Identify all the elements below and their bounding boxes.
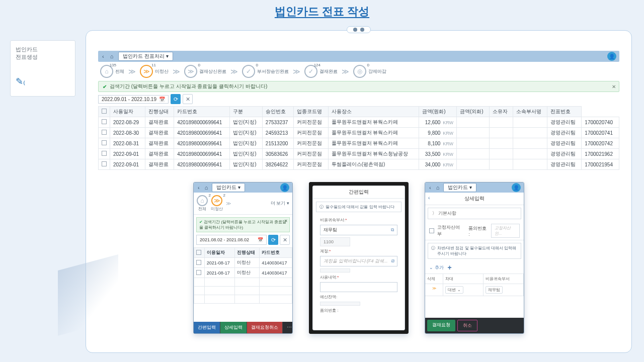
row-checkbox[interactable] [102, 119, 107, 124]
col-1: 사용일자 [110, 107, 145, 117]
row-checkbox[interactable] [196, 260, 201, 265]
m1-st-pend[interactable]: ≫2 미정산 [211, 195, 223, 212]
row-checkbox[interactable] [102, 140, 107, 145]
screen-dropdown[interactable]: 법인카드 전표처리 ▾ [118, 52, 173, 61]
mock-detail-input: ‹ ⌂ 법인카드 ▾ 👤 ‹ 상세입력 〉 기본사항 고정자산여부 품의번호 :… [425, 182, 524, 334]
col-8: 금액(원화) [419, 107, 456, 117]
m1-tool: 2021.08.02 - 2021.08.02📅 ⟳ ✕ [194, 235, 292, 247]
home-icon[interactable]: ⌂ [204, 185, 209, 191]
gh-del: 삭제 [425, 274, 443, 284]
status-5[interactable]: ◎0강제마감 [353, 65, 386, 78]
avatar[interactable]: 👤 [280, 183, 289, 192]
more-button[interactable]: 더 보기 ▾ [271, 200, 289, 207]
lookup-icon[interactable]: ⧉ [391, 227, 394, 233]
m1-info: ✔ 검색기간 (달력버튼을 누르고 시작일과 종료일을 클릭하시기 바랍니다) … [196, 217, 290, 232]
status-0[interactable]: ⌂135전체 [100, 65, 124, 78]
table-row[interactable]: 2022-09-01결재완료4201898000699641법인(지정)3826… [99, 159, 619, 170]
back-icon[interactable]: ‹ [197, 185, 201, 191]
clear-button[interactable]: ✕ [183, 94, 193, 104]
info-icon: ⓘ [319, 204, 324, 210]
col-9: 금액(외화) [456, 107, 489, 117]
acct-input[interactable]: 계정을 입력바랍니다 (F4 검색...⧉ [320, 256, 397, 266]
cancel-button[interactable]: 취소 [457, 320, 477, 331]
table-row[interactable]: 2022-08-30결재완료4201898000699641법인(지정)2459… [99, 128, 619, 138]
avatar[interactable]: 👤 [607, 52, 616, 61]
m1-date-input[interactable]: 2021.08.02 - 2021.08.02📅 [196, 235, 267, 245]
edit-doc-icon: ✎₍ [16, 76, 70, 87]
status-1[interactable]: ≫11미정산 [140, 65, 169, 78]
info-text: 검색기간 (달력버튼을 누르고 시작일과 종료일을 클릭하시기 바랍니다) [110, 83, 267, 90]
row-drcr[interactable]: 대변 ⌄ [443, 284, 484, 296]
m1-dropdown[interactable]: 법인카드 ▾ [212, 183, 245, 192]
budget-label: 예산잔액: [320, 294, 397, 300]
row-checkbox[interactable] [102, 151, 107, 156]
m3-header: ‹ ⌂ 법인카드 ▾ 👤 [425, 183, 524, 193]
status-4[interactable]: ✓124결재완료 [304, 65, 338, 78]
m1-header: ‹ ⌂ 법인카드 ▾ 👤 [194, 183, 292, 193]
table-row[interactable]: 2021-08-17미정산4140030417 [194, 258, 292, 268]
clear-button[interactable]: ✕ [280, 235, 290, 245]
table-row[interactable]: 2022-08-31결재완료4201898000699641법인(지정)2151… [99, 138, 619, 149]
dept-input[interactable]: 재무팀⧉ [320, 225, 397, 235]
refresh-button[interactable]: ⟳ [268, 235, 278, 245]
doc-label: 품의번호 : [320, 308, 397, 313]
chevron-icon: ≫ [128, 67, 136, 75]
info-bar: ✔ 검색기간 (달력버튼을 누르고 시작일과 종료일을 클릭하시기 바랍니다) … [98, 81, 619, 92]
desc-input[interactable] [320, 282, 397, 292]
row-delete[interactable]: ≫ [425, 284, 443, 296]
col-5: 승인번호 [262, 107, 293, 117]
m2-title: 간편입력 [313, 186, 405, 199]
m3-hint: ⓘ차변/대변 점검 및 필수필드에 대해서 입력해 주시기 바랍니다 [428, 243, 521, 259]
acct-label: 계정:* [320, 248, 397, 254]
chevron-icon: ≫ [226, 201, 231, 206]
table-row[interactable]: 2021-08-17미정산4140030417 [194, 268, 292, 278]
status-3[interactable]: ✓0부서장승인완료 [242, 65, 289, 78]
row-dept[interactable]: 재무팀 [484, 284, 524, 296]
main-panel: ‹ ⌂ 법인카드 전표처리 ▾ 👤 ⌂135전체≫≫11미정산≫≫0결재상신완료… [86, 30, 632, 353]
col-7: 사용장소 [328, 107, 419, 117]
m2-dialog: 간편입력 ⓘ 필수필드에 대해서 값을 입력 바랍니다 비용귀속부서:* 재무팀… [312, 186, 405, 330]
m1-footer: 간편입력 상세입력 결재요청취소 ⋯ [194, 322, 292, 333]
cancel-request-button[interactable]: 결재요청취소 [247, 322, 283, 333]
back-icon[interactable]: ‹ [428, 185, 432, 191]
approve-request-button[interactable]: 결재요청 [427, 320, 455, 331]
col-0 [99, 107, 110, 117]
row-checkbox[interactable] [102, 161, 107, 166]
row-checkbox[interactable] [196, 270, 201, 275]
back-icon[interactable]: ‹ [101, 53, 105, 59]
home-icon[interactable]: ⌂ [435, 185, 441, 191]
dept-code: 1100 [320, 237, 350, 246]
add-row[interactable]: ⌄ 추가+ [425, 261, 524, 274]
close-icon[interactable]: ✕ [612, 84, 616, 89]
home-icon[interactable]: ⌂ [109, 53, 115, 59]
check-icon: ✔ [103, 84, 107, 89]
close-icon[interactable]: ✕ [284, 219, 288, 223]
plus-icon[interactable]: + [448, 263, 452, 272]
date-range-input[interactable]: 2022.09.01 - 2022.10.19 📅 [98, 95, 169, 104]
status-2[interactable]: ≫0결재상신완료 [184, 65, 226, 78]
docno-input[interactable]: 고정자산인... [491, 224, 520, 238]
table-row[interactable]: 2022-08-29결재완료4201898000699641법인(지정)2753… [99, 117, 619, 128]
back-icon[interactable]: ‹ [428, 195, 430, 201]
m1-st-all[interactable]: ⌂2 전체 [197, 195, 208, 212]
avatar[interactable]: 👤 [512, 183, 521, 192]
chevron-icon: ≫ [293, 67, 300, 75]
status-row: ⌂135전체≫≫11미정산≫≫0결재상신완료≫✓0부서장승인완료≫✓124결재완… [98, 62, 619, 81]
lookup-icon[interactable]: ⧉ [391, 258, 394, 264]
refresh-button[interactable]: ⟳ [171, 94, 181, 104]
detail-input-button[interactable]: 상세입력 [220, 322, 247, 333]
section-basic[interactable]: 〉 기본사항 [428, 208, 521, 219]
more-icon[interactable]: ⋯ [283, 322, 293, 333]
m2-body: 비용귀속부서:* 재무팀⧉ 1100 계정:* 계정을 입력바랍니다 (F4 검… [313, 215, 405, 315]
simple-input-button[interactable]: 간편입력 [194, 322, 220, 333]
row-checkbox[interactable] [102, 130, 107, 135]
col-3: 카드번호 [174, 107, 230, 117]
m3-dropdown[interactable]: 법인카드 ▾ [443, 183, 476, 192]
desc-label: 사용내역:* [320, 275, 397, 280]
col-11: 소속부서명 [513, 107, 547, 117]
table-row[interactable]: 2022-09-01결재완료4201898000699641법인(지정)3058… [99, 149, 619, 159]
chevron-icon: ≫ [173, 67, 180, 75]
panel-handle [347, 26, 371, 33]
asset-checkbox[interactable] [429, 228, 434, 233]
col-6: 업종코드명 [294, 107, 328, 117]
